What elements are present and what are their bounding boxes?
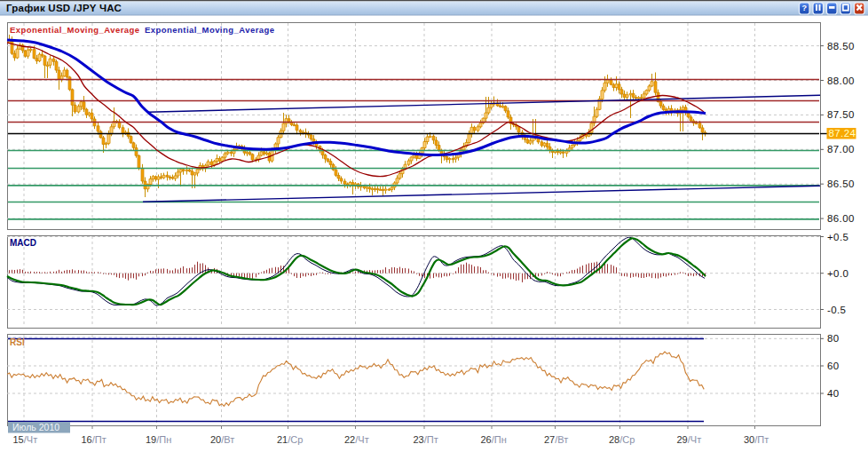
svg-text:16/Пт: 16/Пт [82, 434, 107, 445]
svg-text:+0.5: +0.5 [827, 232, 848, 242]
svg-text:60: 60 [827, 361, 840, 371]
svg-text:80: 80 [827, 333, 840, 344]
svg-text:Июль 2010: Июль 2010 [12, 422, 59, 432]
svg-text:87.00: 87.00 [827, 144, 855, 155]
svg-text:19/Пн: 19/Пн [146, 434, 171, 445]
svg-text:88.00: 88.00 [827, 75, 855, 86]
svg-text:88.50: 88.50 [827, 41, 855, 52]
svg-text:RSI: RSI [10, 337, 25, 347]
svg-text:?: ? [802, 4, 808, 12]
svg-text:Exponential_Moving_Average: Exponential_Moving_Average [10, 25, 140, 35]
svg-text:20/Вт: 20/Вт [210, 434, 234, 445]
svg-text:86.00: 86.00 [827, 213, 855, 224]
svg-text:28/Ср: 28/Ср [609, 434, 635, 445]
svg-text:15/Чт: 15/Чт [13, 434, 38, 445]
svg-text:27/Вт: 27/Вт [544, 434, 568, 445]
svg-text:87.50: 87.50 [827, 109, 855, 120]
svg-text:-0.5: -0.5 [827, 305, 846, 315]
svg-text:Exponential_Moving_Average: Exponential_Moving_Average [145, 25, 275, 35]
svg-text:29/Чт: 29/Чт [677, 434, 702, 445]
svg-text:26/Пн: 26/Пн [481, 434, 507, 445]
svg-text:MACD: MACD [10, 238, 36, 248]
svg-text:87.24: 87.24 [829, 128, 856, 139]
svg-text:График USD /JPY ЧАС: График USD /JPY ЧАС [6, 3, 122, 13]
svg-text:40: 40 [827, 388, 840, 399]
svg-text:86.50: 86.50 [827, 178, 855, 189]
svg-text:+0.0: +0.0 [827, 268, 848, 279]
svg-text:22/Чт: 22/Чт [344, 434, 369, 445]
svg-text:30/Пт: 30/Пт [744, 434, 769, 445]
svg-text:23/Пт: 23/Пт [414, 434, 438, 445]
svg-text:21/Ср: 21/Ср [277, 434, 303, 445]
